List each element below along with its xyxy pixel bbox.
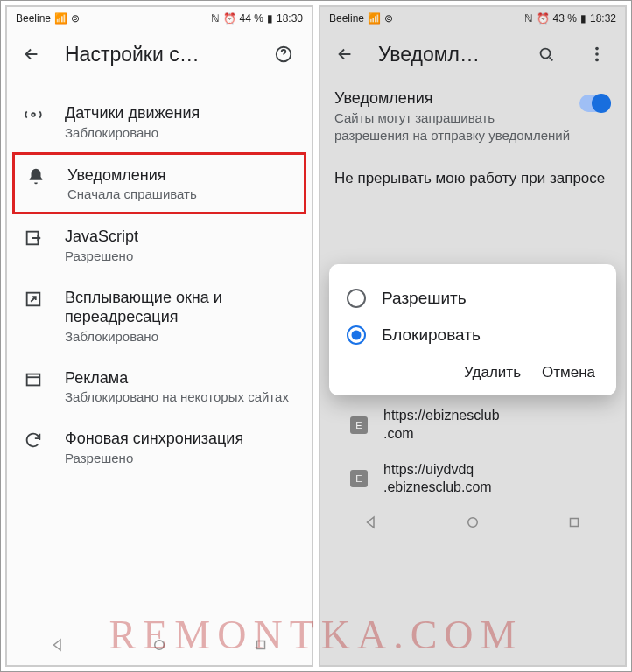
row-title: JavaScript: [65, 227, 298, 247]
nav-bar: [320, 506, 625, 542]
row-sub: Заблокировано: [65, 329, 298, 344]
site-row[interactable]: E https://ebiznesclub .com: [347, 398, 611, 452]
radio-label: Блокировать: [382, 326, 481, 345]
site-badge: E: [350, 416, 368, 434]
delete-button[interactable]: Удалить: [464, 364, 521, 382]
row-javascript[interactable]: JavaScript Разрешено: [7, 214, 312, 276]
row-popups[interactable]: Всплывающие окна и переадресация Заблоки…: [7, 276, 312, 356]
status-bar-left: Beeline 📶 ⊚ ℕ ⏰ 44 % ▮ 18:30: [7, 7, 312, 30]
page-title: Уведомл…: [378, 43, 513, 66]
row-title: Всплывающие окна и переадресация: [65, 288, 298, 327]
row-motion-sensors[interactable]: Датчики движения Заблокировано: [7, 91, 312, 152]
section-sub: Сайты могут запрашивать разрешения на от…: [334, 109, 571, 145]
clock-label: 18:32: [590, 12, 616, 24]
row-title: Реклама: [65, 368, 298, 388]
row-title: Датчики движения: [65, 103, 298, 123]
row-title: Уведомления: [67, 165, 295, 186]
carrier-label: Beeline: [329, 12, 364, 24]
section-header-2: Не прерывать мою работу при запросе: [334, 170, 611, 187]
svg-point-10: [595, 59, 599, 62]
battery-label: 44 %: [240, 12, 263, 24]
radio-label: Разрешить: [382, 289, 467, 308]
svg-point-8: [595, 47, 599, 51]
signal-icon: 📶: [368, 12, 381, 24]
section-title: Уведомления: [334, 89, 571, 108]
nav-back-icon[interactable]: [363, 514, 379, 534]
alarm-icon: ⏰: [537, 12, 550, 24]
svg-rect-6: [257, 641, 265, 649]
radio-icon: [347, 289, 366, 308]
row-ads[interactable]: Реклама Заблокировано на некоторых сайта…: [7, 356, 312, 417]
page-title: Настройки с…: [65, 43, 250, 66]
nav-home-icon[interactable]: [465, 514, 481, 534]
svg-point-9: [595, 52, 599, 56]
svg-point-7: [541, 49, 551, 59]
tab-icon: [14, 368, 53, 389]
row-sub: Сначала спрашивать: [67, 186, 295, 201]
row-title: Фоновая синхронизация: [65, 429, 298, 449]
site-row[interactable]: E https://uiydvdq .ebiznesclub.com: [347, 452, 611, 507]
sync-icon: [14, 429, 53, 450]
permission-dialog: Разрешить Блокировать Удалить Отмена: [329, 264, 616, 396]
carrier-label: Beeline: [16, 12, 51, 24]
row-bg-sync[interactable]: Фоновая синхронизация Разрешено: [7, 416, 312, 478]
svg-point-5: [155, 640, 165, 650]
nav-home-icon[interactable]: [151, 637, 167, 656]
search-button[interactable]: [529, 37, 564, 72]
back-button[interactable]: [14, 37, 49, 72]
help-button[interactable]: [266, 37, 301, 72]
battery-label: 43 %: [553, 12, 577, 24]
svg-rect-4: [27, 374, 40, 385]
battery-icon: ▮: [580, 12, 586, 24]
radio-icon: [347, 326, 366, 345]
wifi-icon: ⊚: [384, 12, 393, 24]
exit-icon: [14, 227, 53, 248]
wifi-icon: ⊚: [71, 12, 80, 24]
radio-allow[interactable]: Разрешить: [341, 280, 604, 317]
site-badge: E: [350, 470, 368, 487]
motion-icon: [14, 103, 53, 124]
appbar-right: Уведомл…: [320, 30, 625, 79]
row-sub: Заблокировано на некоторых сайтах: [65, 389, 298, 404]
nav-recent-icon[interactable]: [566, 514, 582, 534]
clock-label: 18:30: [277, 12, 303, 24]
svg-point-11: [468, 518, 478, 528]
site-url: https://ebiznesclub .com: [383, 407, 500, 444]
cancel-button[interactable]: Отмена: [542, 364, 595, 382]
alarm-icon: ⏰: [223, 12, 236, 24]
open-in-new-icon: [14, 288, 53, 309]
nav-recent-icon[interactable]: [253, 637, 269, 656]
row-sub: Заблокировано: [65, 125, 298, 140]
svg-rect-12: [571, 519, 579, 527]
battery-icon: ▮: [267, 12, 273, 24]
row-sub: Разрешено: [65, 451, 298, 466]
more-button[interactable]: [579, 37, 614, 72]
notifications-switch[interactable]: [579, 94, 611, 112]
settings-list: Датчики движения Заблокировано Уведомлен…: [7, 79, 312, 628]
row-sub: Разрешено: [65, 248, 298, 263]
back-button[interactable]: [327, 37, 362, 72]
site-url: https://uiydvdq .ebiznesclub.com: [383, 461, 492, 498]
status-bar-right: Beeline 📶 ⊚ ℕ ⏰ 43 % ▮ 18:32: [320, 7, 625, 30]
nfc-icon: ℕ: [211, 12, 220, 24]
phone-left: Beeline 📶 ⊚ ℕ ⏰ 44 % ▮ 18:30 Настройки с…: [5, 5, 313, 667]
row-notifications[interactable]: Уведомления Сначала спрашивать: [12, 152, 306, 215]
signal-icon: 📶: [54, 12, 67, 24]
nfc-icon: ℕ: [524, 12, 533, 24]
nav-back-icon[interactable]: [50, 637, 66, 656]
appbar-left: Настройки с…: [7, 30, 312, 79]
phone-right: Beeline 📶 ⊚ ℕ ⏰ 43 % ▮ 18:32 Уведомл…: [319, 5, 627, 667]
radio-block[interactable]: Блокировать: [341, 317, 604, 354]
svg-point-1: [32, 113, 35, 116]
bell-icon: [17, 165, 55, 186]
nav-bar: [7, 628, 312, 665]
